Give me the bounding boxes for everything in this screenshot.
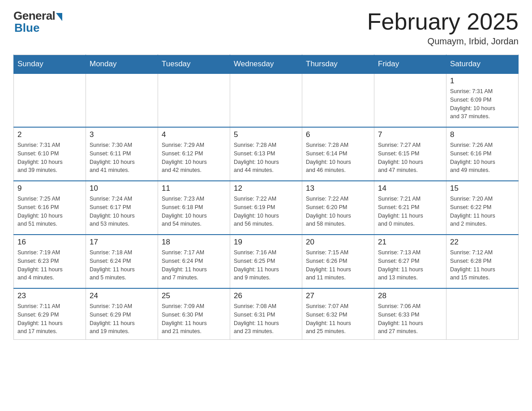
day-info: Sunrise: 7:07 AMSunset: 6:32 PMDaylight:…	[306, 302, 370, 336]
calendar-cell: 9Sunrise: 7:25 AMSunset: 6:16 PMDaylight…	[14, 181, 86, 235]
day-number: 22	[450, 238, 515, 247]
calendar-week-row-2: 2Sunrise: 7:31 AMSunset: 6:10 PMDaylight…	[14, 127, 519, 181]
calendar-cell: 6Sunrise: 7:28 AMSunset: 6:14 PMDaylight…	[302, 127, 374, 181]
day-info: Sunrise: 7:28 AMSunset: 6:14 PMDaylight:…	[306, 141, 370, 175]
calendar-week-row-3: 9Sunrise: 7:25 AMSunset: 6:16 PMDaylight…	[14, 181, 519, 235]
calendar-cell	[230, 73, 302, 127]
calendar-cell	[86, 73, 158, 127]
calendar-cell: 18Sunrise: 7:17 AMSunset: 6:24 PMDayligh…	[158, 235, 230, 288]
day-number: 21	[378, 238, 442, 247]
day-number: 6	[306, 130, 370, 139]
day-info: Sunrise: 7:08 AMSunset: 6:31 PMDaylight:…	[234, 302, 298, 336]
day-info: Sunrise: 7:19 AMSunset: 6:23 PMDaylight:…	[17, 248, 82, 282]
day-number: 15	[450, 184, 515, 193]
day-info: Sunrise: 7:25 AMSunset: 6:16 PMDaylight:…	[17, 195, 82, 228]
day-number: 23	[17, 291, 82, 300]
calendar-cell	[374, 73, 446, 127]
calendar-cell	[14, 73, 86, 127]
calendar-cell: 23Sunrise: 7:11 AMSunset: 6:29 PMDayligh…	[14, 288, 86, 340]
logo-arrow-icon	[56, 13, 62, 21]
calendar-cell: 11Sunrise: 7:23 AMSunset: 6:18 PMDayligh…	[158, 181, 230, 235]
day-number: 17	[90, 238, 154, 247]
day-info: Sunrise: 7:26 AMSunset: 6:16 PMDaylight:…	[450, 141, 515, 175]
calendar-cell: 2Sunrise: 7:31 AMSunset: 6:10 PMDaylight…	[14, 127, 86, 181]
day-number: 24	[90, 291, 154, 300]
calendar-cell: 7Sunrise: 7:27 AMSunset: 6:15 PMDaylight…	[374, 127, 446, 181]
day-number: 13	[306, 184, 370, 193]
calendar-location: Qumaym, Irbid, Jordan	[367, 36, 519, 47]
day-info: Sunrise: 7:23 AMSunset: 6:18 PMDaylight:…	[162, 195, 226, 228]
calendar-cell: 16Sunrise: 7:19 AMSunset: 6:23 PMDayligh…	[14, 235, 86, 288]
page-header: General Blue February 2025 Qumaym, Irbid…	[13, 9, 519, 47]
calendar-cell	[158, 73, 230, 127]
day-info: Sunrise: 7:22 AMSunset: 6:19 PMDaylight:…	[234, 195, 298, 228]
day-info: Sunrise: 7:10 AMSunset: 6:29 PMDaylight:…	[90, 302, 154, 336]
day-number: 7	[378, 130, 442, 139]
calendar-table: SundayMondayTuesdayWednesdayThursdayFrid…	[13, 55, 519, 340]
day-number: 3	[90, 130, 154, 139]
day-info: Sunrise: 7:06 AMSunset: 6:33 PMDaylight:…	[378, 302, 442, 336]
calendar-cell: 4Sunrise: 7:29 AMSunset: 6:12 PMDaylight…	[158, 127, 230, 181]
day-number: 5	[234, 130, 298, 139]
weekday-header-saturday: Saturday	[446, 55, 519, 74]
calendar-cell: 28Sunrise: 7:06 AMSunset: 6:33 PMDayligh…	[374, 288, 446, 340]
day-info: Sunrise: 7:31 AMSunset: 6:09 PMDaylight:…	[450, 87, 515, 121]
calendar-cell: 25Sunrise: 7:09 AMSunset: 6:30 PMDayligh…	[158, 288, 230, 340]
day-info: Sunrise: 7:17 AMSunset: 6:24 PMDaylight:…	[162, 248, 226, 282]
logo-blue-text: Blue	[14, 21, 39, 35]
day-number: 16	[17, 238, 82, 247]
calendar-cell: 21Sunrise: 7:13 AMSunset: 6:27 PMDayligh…	[374, 235, 446, 288]
calendar-cell: 22Sunrise: 7:12 AMSunset: 6:28 PMDayligh…	[446, 235, 519, 288]
day-info: Sunrise: 7:11 AMSunset: 6:29 PMDaylight:…	[17, 302, 82, 336]
day-number: 20	[306, 238, 370, 247]
day-number: 28	[378, 291, 442, 300]
calendar-cell: 8Sunrise: 7:26 AMSunset: 6:16 PMDaylight…	[446, 127, 519, 181]
calendar-cell: 5Sunrise: 7:28 AMSunset: 6:13 PMDaylight…	[230, 127, 302, 181]
calendar-cell: 24Sunrise: 7:10 AMSunset: 6:29 PMDayligh…	[86, 288, 158, 340]
day-number: 25	[162, 291, 226, 300]
day-info: Sunrise: 7:12 AMSunset: 6:28 PMDaylight:…	[450, 248, 515, 282]
day-info: Sunrise: 7:09 AMSunset: 6:30 PMDaylight:…	[162, 302, 226, 336]
calendar-cell: 3Sunrise: 7:30 AMSunset: 6:11 PMDaylight…	[86, 127, 158, 181]
day-number: 26	[234, 291, 298, 300]
weekday-header-tuesday: Tuesday	[158, 55, 230, 74]
day-number: 9	[17, 184, 82, 193]
calendar-week-row-4: 16Sunrise: 7:19 AMSunset: 6:23 PMDayligh…	[14, 235, 519, 288]
day-number: 18	[162, 238, 226, 247]
calendar-week-row-5: 23Sunrise: 7:11 AMSunset: 6:29 PMDayligh…	[14, 288, 519, 340]
day-number: 8	[450, 130, 515, 139]
calendar-week-row-1: 1Sunrise: 7:31 AMSunset: 6:09 PMDaylight…	[14, 73, 519, 127]
weekday-header-row: SundayMondayTuesdayWednesdayThursdayFrid…	[14, 55, 519, 74]
calendar-cell: 19Sunrise: 7:16 AMSunset: 6:25 PMDayligh…	[230, 235, 302, 288]
day-number: 27	[306, 291, 370, 300]
day-number: 11	[162, 184, 226, 193]
calendar-cell: 12Sunrise: 7:22 AMSunset: 6:19 PMDayligh…	[230, 181, 302, 235]
calendar-cell: 14Sunrise: 7:21 AMSunset: 6:21 PMDayligh…	[374, 181, 446, 235]
day-number: 12	[234, 184, 298, 193]
title-block: February 2025 Qumaym, Irbid, Jordan	[367, 9, 519, 47]
day-info: Sunrise: 7:16 AMSunset: 6:25 PMDaylight:…	[234, 248, 298, 282]
day-number: 14	[378, 184, 442, 193]
logo: General Blue	[13, 9, 62, 35]
day-info: Sunrise: 7:31 AMSunset: 6:10 PMDaylight:…	[17, 141, 82, 175]
day-info: Sunrise: 7:13 AMSunset: 6:27 PMDaylight:…	[378, 248, 442, 282]
weekday-header-thursday: Thursday	[302, 55, 374, 74]
weekday-header-monday: Monday	[86, 55, 158, 74]
calendar-cell: 10Sunrise: 7:24 AMSunset: 6:17 PMDayligh…	[86, 181, 158, 235]
day-number: 19	[234, 238, 298, 247]
day-info: Sunrise: 7:28 AMSunset: 6:13 PMDaylight:…	[234, 141, 298, 175]
day-number: 1	[450, 77, 515, 86]
calendar-title: February 2025	[367, 9, 519, 34]
calendar-cell	[302, 73, 374, 127]
calendar-cell: 17Sunrise: 7:18 AMSunset: 6:24 PMDayligh…	[86, 235, 158, 288]
day-number: 10	[90, 184, 154, 193]
calendar-cell: 20Sunrise: 7:15 AMSunset: 6:26 PMDayligh…	[302, 235, 374, 288]
day-info: Sunrise: 7:29 AMSunset: 6:12 PMDaylight:…	[162, 141, 226, 175]
calendar-cell: 26Sunrise: 7:08 AMSunset: 6:31 PMDayligh…	[230, 288, 302, 340]
day-number: 4	[162, 130, 226, 139]
day-info: Sunrise: 7:15 AMSunset: 6:26 PMDaylight:…	[306, 248, 370, 282]
day-info: Sunrise: 7:18 AMSunset: 6:24 PMDaylight:…	[90, 248, 154, 282]
weekday-header-friday: Friday	[374, 55, 446, 74]
day-info: Sunrise: 7:21 AMSunset: 6:21 PMDaylight:…	[378, 195, 442, 228]
day-info: Sunrise: 7:20 AMSunset: 6:22 PMDaylight:…	[450, 195, 515, 228]
